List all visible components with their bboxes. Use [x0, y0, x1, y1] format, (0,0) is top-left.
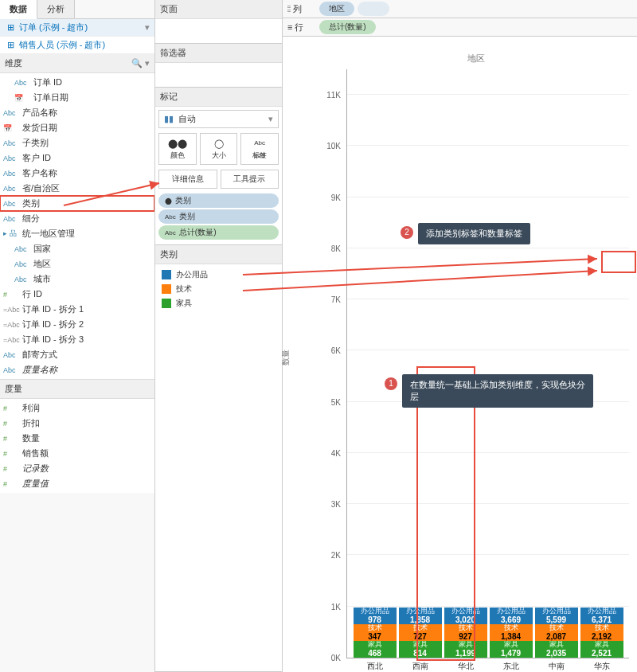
- measure-数量[interactable]: #数量: [0, 431, 154, 446]
- y-axis-label: 数量: [280, 350, 291, 365]
- legend-item-技术[interactable]: 技术: [162, 282, 276, 296]
- connection-0[interactable]: ⊞订单 (示例 - 超市)▾: [0, 19, 154, 37]
- search-icon[interactable]: 🔍 ▾: [131, 58, 150, 68]
- dimension-城市[interactable]: Abc城市: [0, 272, 154, 287]
- bar-西南[interactable]: 家具814技术727办公用品1,858西南: [399, 608, 442, 658]
- field-type-icon: #: [3, 291, 22, 299]
- segment-办公用品[interactable]: 办公用品978: [354, 608, 397, 624]
- filters-shelf[interactable]: [155, 63, 282, 87]
- segment-办公用品[interactable]: 办公用品1,858: [399, 608, 442, 624]
- segment-办公用品[interactable]: 办公用品3,669: [490, 608, 533, 624]
- bar-华北[interactable]: 家具1,199技术927办公用品3,020华北: [444, 608, 487, 658]
- segment-技术[interactable]: 技术1,384: [490, 624, 533, 641]
- columns-shelf[interactable]: 地区: [316, 2, 635, 16]
- label-icon: Abc: [165, 229, 176, 236]
- dimension-客户名称[interactable]: Abc客户名称: [0, 166, 154, 181]
- rows-pill-qty[interactable]: 总计(数量): [319, 20, 376, 34]
- dimension-地区[interactable]: Abc地区: [0, 256, 154, 272]
- segment-家具[interactable]: 家具2,035: [535, 641, 578, 658]
- marks-pill-0[interactable]: ⬤类别: [158, 193, 279, 208]
- segment-技术[interactable]: 技术2,192: [580, 624, 623, 641]
- legend-swatch: [162, 299, 171, 308]
- segment-办公用品[interactable]: 办公用品3,020: [444, 608, 487, 624]
- marks-pill-2[interactable]: Abc总计(数量): [158, 225, 279, 240]
- field-type-icon: Abc: [3, 154, 22, 162]
- rows-icon: ≡: [287, 22, 292, 32]
- dimension-订单 ID - 拆分 1[interactable]: =Abc订单 ID - 拆分 1: [0, 302, 154, 317]
- y-tick: 3K: [317, 500, 341, 509]
- dimension-产品名称[interactable]: Abc产品名称: [0, 105, 154, 120]
- tab-analysis[interactable]: 分析: [37, 0, 75, 18]
- dimension-国家[interactable]: Abc国家: [0, 241, 154, 256]
- y-tick: 6K: [317, 346, 341, 355]
- measure-折扣[interactable]: #折扣: [0, 416, 154, 431]
- field-type-icon: Abc: [3, 200, 22, 208]
- marks-size-button[interactable]: ◯大小: [200, 133, 238, 165]
- dimension-客户 ID[interactable]: Abc客户 ID: [0, 150, 154, 166]
- dimension-行 ID[interactable]: #行 ID: [0, 287, 154, 302]
- field-type-icon: Abc: [14, 79, 33, 87]
- segment-技术[interactable]: 技术2,087: [535, 624, 578, 641]
- dimension-发货日期[interactable]: 📅发货日期: [0, 120, 154, 135]
- dimension-订单日期[interactable]: 📅订单日期: [0, 90, 154, 105]
- measures-header: 度量: [0, 379, 154, 399]
- measure-度量值[interactable]: #度量值: [0, 476, 154, 491]
- field-type-icon: =Abc: [3, 336, 22, 344]
- x-label: 东北: [490, 658, 533, 672]
- dimension-统一地区管理[interactable]: ▸ 品统一地区管理: [0, 226, 154, 241]
- dimension-类别[interactable]: Abc类别: [0, 196, 154, 211]
- dimension-邮寄方式[interactable]: Abc邮寄方式: [0, 347, 154, 362]
- dimension-细分[interactable]: Abc细分: [0, 211, 154, 226]
- y-tick: 10K: [317, 142, 341, 150]
- dimension-订单 ID[interactable]: Abc订单 ID: [0, 75, 154, 90]
- bar-中南[interactable]: 家具2,035技术2,087办公用品5,599中南: [535, 608, 578, 658]
- dimension-度量名称[interactable]: Abc度量名称: [0, 362, 154, 377]
- segment-家具[interactable]: 家具1,479: [490, 641, 533, 658]
- marks-type-dropdown[interactable]: ▮▮ 自动 ▾: [158, 110, 279, 128]
- field-type-icon: Abc: [3, 170, 22, 178]
- measure-记录数[interactable]: #记录数: [0, 461, 154, 476]
- chart-area[interactable]: 地区 数量 0K1K2K3K4K5K6K7K8K9K10K11K家具468技术3…: [283, 37, 637, 672]
- y-tick: 0K: [317, 654, 341, 662]
- field-type-icon: Abc: [3, 109, 22, 117]
- marks-detail-button[interactable]: 详细信息: [158, 170, 217, 189]
- filters-panel-title: 筛选器: [155, 44, 282, 63]
- dimension-订单 ID - 拆分 3[interactable]: =Abc订单 ID - 拆分 3: [0, 332, 154, 347]
- segment-技术[interactable]: 技术347: [354, 624, 397, 641]
- bar-华东[interactable]: 家具2,521技术2,192办公用品6,371华东: [580, 608, 623, 658]
- field-type-icon: Abc: [14, 260, 33, 268]
- field-type-icon: ▸ 品: [3, 229, 22, 239]
- annotation-2: 2 添加类别标签和数量标签: [418, 223, 530, 244]
- marks-color-button[interactable]: ⬤⬤颜色: [158, 133, 197, 165]
- segment-技术[interactable]: 技术727: [399, 624, 442, 641]
- segment-办公用品[interactable]: 办公用品5,599: [535, 608, 578, 624]
- annotation-badge-2: 2: [401, 226, 413, 239]
- bar-西北[interactable]: 家具468技术347办公用品978西北: [354, 608, 397, 658]
- dimension-子类别[interactable]: Abc子类别: [0, 135, 154, 150]
- segment-家具[interactable]: 家具468: [354, 641, 397, 658]
- marks-pill-1[interactable]: Abc类别: [158, 209, 279, 224]
- marks-label-button[interactable]: Abc123标签: [240, 133, 279, 165]
- columns-pill-region[interactable]: 地区: [319, 2, 354, 16]
- measure-销售额[interactable]: #销售额: [0, 446, 154, 461]
- marks-tooltip-button[interactable]: 工具提示: [221, 170, 279, 189]
- measure-利润[interactable]: #利润: [0, 400, 154, 416]
- field-type-icon: =Abc: [3, 306, 22, 314]
- pages-shelf[interactable]: [155, 19, 282, 43]
- segment-家具[interactable]: 家具1,199: [444, 641, 487, 658]
- field-type-icon: 📅: [3, 124, 22, 132]
- dimension-订单 ID - 拆分 2[interactable]: =Abc订单 ID - 拆分 2: [0, 317, 154, 332]
- x-label: 华东: [580, 658, 623, 672]
- bar-东北[interactable]: 家具1,479技术1,384办公用品3,669东北: [490, 608, 533, 658]
- connection-1[interactable]: ⊞销售人员 (示例 - 超市): [0, 37, 154, 54]
- columns-empty-pill[interactable]: [358, 2, 389, 16]
- legend-item-家具[interactable]: 家具: [162, 296, 276, 311]
- rows-shelf[interactable]: 总计(数量): [316, 20, 635, 34]
- segment-技术[interactable]: 技术927: [444, 624, 487, 641]
- legend-item-办公用品[interactable]: 办公用品: [162, 268, 276, 282]
- segment-办公用品[interactable]: 办公用品6,371: [580, 608, 623, 624]
- tab-data[interactable]: 数据: [0, 0, 37, 19]
- segment-家具[interactable]: 家具814: [399, 641, 442, 658]
- segment-家具[interactable]: 家具2,521: [580, 641, 623, 658]
- dimension-省/自治区[interactable]: Abc省/自治区: [0, 181, 154, 196]
